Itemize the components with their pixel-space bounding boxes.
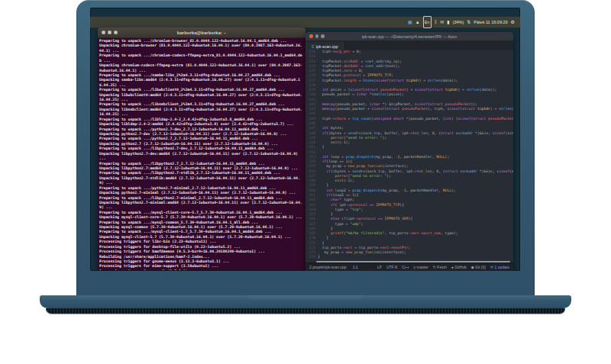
terminal-line: Unpacking chromium-browser (81.0.4044.12… [99, 43, 304, 53]
terminal-line: Preparing to unpack .../libsmbclient_2%3… [99, 102, 304, 107]
terminal-line: Preparing to unpack .../libpython2.7-dev… [99, 147, 304, 151]
top-panel: ▦▲Enᛒ✉▮(34%)⇅Pátek 11 16:09:29⚙ [90, 17, 520, 28]
line-number: 174 [306, 255, 318, 259]
github-fetch-button[interactable]: ↻ Fetch [433, 265, 447, 269]
git-changes-indicator[interactable]: ◆ Git (0) [471, 265, 486, 269]
terminal-window: barborka@barborka: ~ Preparing to unpack… [98, 27, 306, 269]
terminal-line: Unpacking libpython2.7-minimal:amd64 (2.… [99, 201, 304, 211]
terminal-body[interactable]: Preparing to unpack .../chromium-browser… [98, 38, 306, 270]
clock[interactable]: Pátek 11 16:09:29 [474, 17, 507, 27]
screen-desktop: ▦▲Enᛒ✉▮(34%)⇅Pátek 11 16:09:29⚙ barborka… [90, 8, 520, 271]
bluetooth-icon[interactable]: ᛒ [435, 17, 438, 27]
code-line: 143 memcpy(pseudo_packet + sizeof(struct… [306, 107, 513, 111]
terminal-line: Unpacking libsmbclient:amd64 (2:4.3.11+d… [99, 108, 304, 118]
battery-icon[interactable]: ▮ [447, 17, 449, 27]
input-method-icon[interactable]: ▦ [408, 17, 412, 27]
laptop-base [40, 295, 571, 308]
terminal-line: Preparing to unpack .../libpython2.7-std… [99, 171, 304, 176]
terminal-line: Unpacking mysql-client-core-5.7 (5.7.30-… [99, 215, 304, 220]
cpp-file-icon: C [312, 44, 315, 49]
editor-window-title: ipk-scan.cpp — ~/Dokumenty/4.semester/IP… [306, 34, 513, 39]
terminal-line: Unpacking chromium-codecs-ffmpeg-extra (… [99, 63, 304, 73]
terminal-line: Unpacking python2.7-minimal (2.7.12-1ubu… [99, 191, 304, 195]
battery-percentage[interactable]: (34%) [453, 17, 464, 27]
grammar-indicator[interactable]: C++ [402, 265, 409, 269]
terminal-line: Preparing to unpack .../chromium-codecs-… [99, 53, 304, 63]
terminal-line: Processing triggers for man-db (2.7.5-1)… [99, 269, 304, 270]
encoding-indicator[interactable]: UTF-8 [386, 265, 397, 269]
code-editor[interactable]: 131 tcph->urg_ptr = 0;132133 tcpPacket.s… [306, 50, 513, 260]
git-branch-indicator[interactable]: γ master [414, 265, 428, 269]
update-available-button[interactable]: ⟳ 1 update [490, 265, 509, 269]
terminal-title: barborka@barborka: ~ [98, 31, 306, 35]
github-button[interactable]: ● GitHub [451, 265, 467, 269]
terminal-line: Unpacking libpython2.7-dev:amd64 (2.7.12… [99, 152, 304, 162]
terminal-line: Unpacking libpython2.7-stdlib:amd64 (2.7… [99, 176, 304, 186]
editor-status-bar: 2.projekt/ipk-scan.cpp 1:1 LFUTF-8C++γ m… [306, 263, 513, 271]
mail-icon[interactable]: ✉ [440, 17, 444, 27]
laptop-base-notch [248, 295, 363, 301]
cursor-position[interactable]: 1:1 [353, 265, 358, 269]
code-line: 174} [306, 255, 513, 259]
laptop-screen-bezel: ▦▲Enᛒ✉▮(34%)⇅Pátek 11 16:09:29⚙ barborka… [76, 0, 535, 298]
laptop-base-edge [46, 308, 565, 314]
status-left: 2.projekt/ipk-scan.cpp 1:1 [309, 265, 358, 269]
terminal-line: Preparing to unpack .../libpython2.7-min… [99, 196, 304, 201]
terminal-line: Unpacking libldap-2.4-2:amd64 (2.4.42+df… [99, 122, 304, 127]
file-path[interactable]: 2.projekt/ipk-scan.cpp [309, 265, 347, 269]
tab-label: ipk-scan.cpp [316, 44, 338, 49]
terminal-titlebar[interactable]: barborka@barborka: ~ [98, 27, 306, 38]
code-lines: 131 tcph->urg_ptr = 0;132133 tcpPacket.s… [306, 50, 513, 260]
system-tray: ▦▲Enᛒ✉▮(34%)⇅Pátek 11 16:09:29⚙ [408, 16, 520, 28]
code-line: 145 tcph->check = tcp_csum((unsigned sho… [306, 117, 513, 121]
terminal-line: Preparing to unpack .../libwbclient0_2%3… [99, 88, 304, 92]
laptop-mockup: ▦▲Enᛒ✉▮(34%)⇅Pátek 11 16:09:29⚙ barborka… [0, 0, 611, 364]
keyboard-layout-indicator[interactable]: En [423, 16, 432, 28]
wifi-icon[interactable]: ▲ [415, 17, 420, 27]
editor-titlebar[interactable]: ipk-scan.cpp — ~/Dokumenty/4.semester/IP… [306, 32, 513, 41]
line-ending-indicator[interactable]: LF [377, 265, 382, 269]
status-right: LFUTF-8C++γ master↻ Fetch● GitHub◆ Git (… [377, 265, 509, 269]
terminal-line: Unpacking libwbclient0:amd64 (2:4.3.11+d… [99, 93, 304, 103]
session-menu-icon[interactable]: ⚙ [511, 17, 515, 27]
network-arrows-icon[interactable]: ⇅ [467, 17, 470, 27]
terminal-line: Unpacking samba-libs:amd64 (2:4.3.11+dfs… [99, 78, 304, 88]
editor-window: ipk-scan.cpp — ~/Dokumenty/4.semester/IP… [306, 32, 513, 271]
